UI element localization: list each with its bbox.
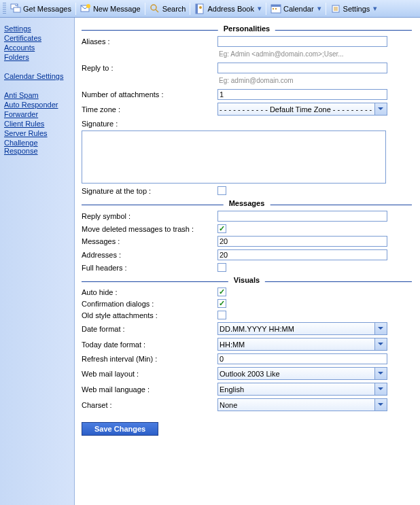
section-title: Messages [224,199,270,207]
auto-hide-label: Auto hide : [82,288,217,296]
sidebar-item-calendar-settings[interactable]: Calendar Settings [4,72,70,80]
address-book-label: Address Book [207,5,253,13]
calendar-icon [270,3,281,14]
sidebar-item-settings[interactable]: Settings [4,24,70,33]
full-headers-checkbox[interactable] [217,263,226,272]
chevron-down-icon: ▾ [317,4,321,13]
reply-to-hint: Eg: admin@domain.com [217,76,412,86]
aliases-input[interactable] [217,36,387,47]
search-label: Search [162,5,186,13]
toolbar-separator [266,3,266,15]
language-label: Web mail language : [82,385,217,394]
toolbar: Get Messages New Message Search Address … [0,0,420,18]
date-format-select[interactable]: DD.MM.YYYY HH:MM [217,322,387,335]
sidebar-item-challenge-response[interactable]: Challenge Response [4,139,70,155]
svg-rect-12 [275,8,277,10]
section-messages: Messages [82,205,412,205]
reply-to-input[interactable] [217,63,387,73]
svg-rect-1 [14,7,20,12]
messages-count-label: Messages : [82,237,217,245]
timezone-select-wrap: - - - - - - - - - - - Default Time Zone … [217,103,387,116]
aliases-label: Aliases : [82,37,217,46]
auto-hide-checkbox[interactable] [217,288,226,296]
section-title: Personalities [218,24,275,33]
svg-rect-10 [271,5,281,7]
timezone-label: Time zone : [82,105,217,114]
addresses-count-label: Addresses : [82,251,217,259]
section-personalities: Personalities [82,30,412,31]
today-format-select[interactable]: HH:MM [217,338,387,351]
svg-point-4 [151,5,156,10]
sidebar: Settings Certificates Accounts Folders C… [0,18,75,505]
toolbar-separator [190,3,190,15]
move-trash-checkbox[interactable] [217,224,226,233]
toolbar-separator [145,3,145,15]
move-trash-label: Move deleted messages to trash : [82,225,217,233]
chevron-down-icon: ▾ [373,4,377,13]
sidebar-item-certificates[interactable]: Certificates [4,34,70,42]
new-message-icon [80,3,91,14]
sidebar-item-forwarder[interactable]: Forwarder [4,110,70,118]
get-messages-icon [10,3,21,14]
date-format-label: Date format : [82,325,217,333]
num-attachments-label: Number of attachments : [82,90,217,99]
toolbar-separator [326,3,326,15]
sidebar-item-auto-responder[interactable]: Auto Responder [4,101,70,109]
section-visuals: Visuals [82,281,412,282]
save-changes-button[interactable]: Save Changes [82,422,158,436]
full-headers-label: Full headers : [82,264,217,272]
timezone-select[interactable]: - - - - - - - - - - - Default Time Zone … [217,103,387,116]
reply-symbol-label: Reply symbol : [82,212,217,220]
old-attachments-checkbox[interactable] [217,311,226,319]
sidebar-item-accounts[interactable]: Accounts [4,43,70,52]
layout-label: Web mail layout : [82,370,217,378]
charset-select[interactable]: None [217,398,387,411]
messages-count-input[interactable] [217,236,387,247]
language-select[interactable]: English [217,383,387,396]
content: Personalities Aliases : Eg: Admin <admin… [75,18,420,505]
svg-point-8 [199,6,202,9]
signature-top-label: Signature at the top : [82,187,217,195]
chevron-down-icon: ▾ [258,4,262,13]
svg-rect-7 [196,4,198,14]
today-format-label: Today date format : [82,341,217,349]
calendar-button[interactable]: Calendar ▾ [268,2,324,16]
signature-textarea[interactable] [82,130,386,184]
new-message-label: New Message [93,5,141,13]
get-messages-label: Get Messages [23,5,71,13]
confirm-dialogs-checkbox[interactable] [217,299,226,308]
signature-label: Signature : [82,118,217,128]
confirm-dialogs-label: Confirmation dialogs : [82,300,217,308]
address-book-icon [194,3,205,14]
settings-label: Settings [343,5,370,13]
settings-button[interactable]: Settings ▾ [328,2,381,16]
sidebar-item-server-rules[interactable]: Server Rules [4,129,70,137]
reply-symbol-input[interactable] [217,211,387,222]
refresh-interval-label: Refresh interval (Min) : [82,355,217,363]
aliases-hint: Eg: Admin <admin@domain.com>;User... [217,50,412,60]
charset-label: Charset : [82,401,217,409]
main-area: Settings Certificates Accounts Folders C… [0,18,420,505]
search-icon [150,3,160,14]
sidebar-item-folders[interactable]: Folders [4,53,70,61]
old-attachments-label: Old style attachments : [82,311,217,319]
reply-to-label: Reply to : [82,64,217,72]
settings-icon [330,3,341,14]
sidebar-item-client-rules[interactable]: Client Rules [4,120,70,128]
layout-select[interactable]: Outlook 2003 Like [217,367,387,380]
new-message-button[interactable]: New Message [77,2,143,16]
num-attachments-input[interactable] [217,89,387,100]
signature-top-checkbox[interactable] [217,186,226,195]
svg-point-3 [86,4,90,8]
toolbar-grip[interactable] [3,3,6,15]
address-book-button[interactable]: Address Book ▾ [192,2,264,16]
sidebar-item-anti-spam[interactable]: Anti Spam [4,91,70,99]
toolbar-separator [75,3,76,15]
refresh-interval-input[interactable] [217,353,387,364]
search-button[interactable]: Search [147,2,189,16]
calendar-label: Calendar [283,5,314,13]
svg-rect-11 [273,8,274,10]
section-title: Visuals [228,276,265,284]
addresses-count-input[interactable] [217,249,387,260]
get-messages-button[interactable]: Get Messages [7,2,74,16]
